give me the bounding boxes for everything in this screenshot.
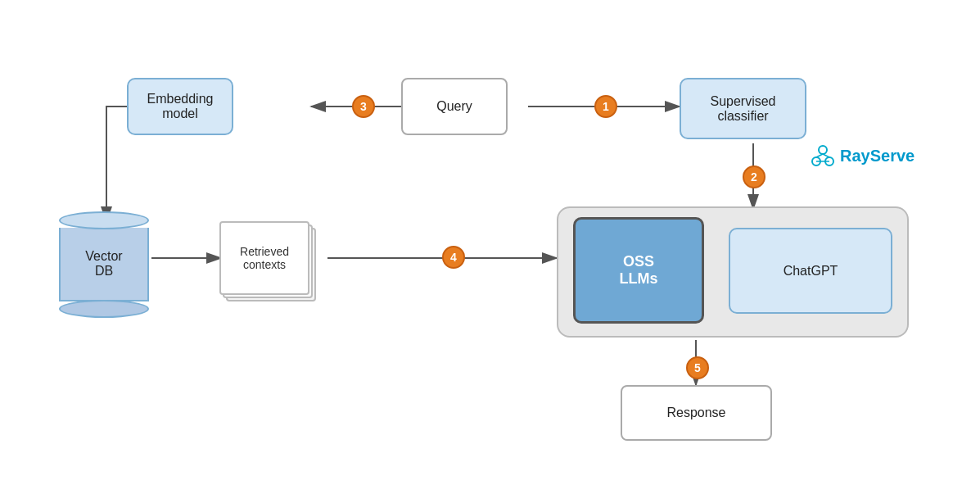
svg-point-8 [819, 146, 827, 154]
query-node: Query [401, 78, 508, 135]
rayserve-icon [811, 143, 835, 168]
cylinder-body: VectorDB [59, 228, 149, 301]
badge-4: 4 [442, 246, 465, 269]
chatgpt-label: ChatGPT [784, 264, 838, 279]
response-node: Response [621, 385, 772, 441]
badge-1: 1 [594, 95, 617, 118]
paper-front: Retrievedcontexts [219, 221, 309, 295]
rayserve-label: RayServe [840, 147, 915, 165]
embedding-model-node: Embedding model [127, 78, 233, 135]
architecture-diagram: Embedding model Query Supervisedclassifi… [0, 0, 980, 485]
badge-2: 2 [743, 165, 765, 188]
badge-3: 3 [352, 95, 375, 118]
oss-llms-label: OSSLLMs [620, 253, 658, 288]
supervised-classifier-node: Supervisedclassifier [680, 78, 806, 139]
embedding-model-label: Embedding model [129, 92, 232, 121]
query-label: Query [436, 99, 472, 114]
rayserve-logo: RayServe [811, 143, 915, 168]
chatgpt-node: ChatGPT [729, 228, 892, 314]
badge-5: 5 [686, 356, 709, 379]
vector-db-label: VectorDB [85, 249, 122, 279]
supervised-classifier-label: Supervisedclassifier [710, 94, 775, 124]
cylinder-top [59, 211, 149, 229]
cylinder-bottom [59, 300, 149, 318]
response-label: Response [666, 406, 725, 420]
retrieved-contexts-label: Retrievedcontexts [240, 245, 289, 271]
vector-db-node: VectorDB [59, 211, 149, 318]
oss-llms-node: OSSLLMs [573, 217, 704, 324]
retrieved-contexts-node: Retrievedcontexts [219, 221, 323, 301]
svg-line-11 [816, 154, 823, 157]
svg-line-12 [823, 154, 829, 157]
